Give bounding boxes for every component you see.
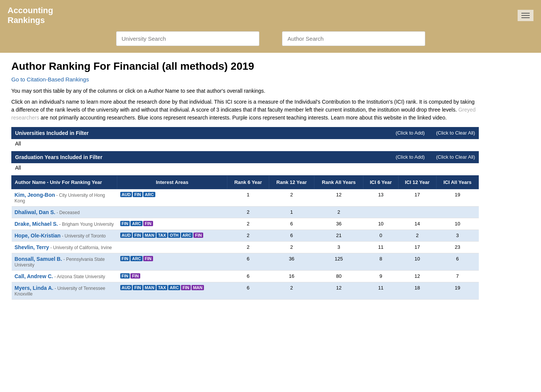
interest-badge: TAX bbox=[156, 233, 167, 238]
interest-areas-cell: FINFIN bbox=[117, 270, 227, 282]
rank12-cell: 6 bbox=[269, 218, 314, 230]
rank6-cell: 6 bbox=[227, 270, 269, 282]
graduation-filter-bar[interactable]: Graduation Years Included in Filter (Cli… bbox=[11, 151, 479, 163]
rank6-cell: 2 bbox=[227, 241, 269, 253]
menu-line bbox=[521, 13, 530, 14]
col-iciall[interactable]: ICI All Years bbox=[436, 175, 478, 189]
author-name-link[interactable]: Bonsall, Samuel B. bbox=[15, 256, 62, 262]
rank6-cell: 1 bbox=[227, 189, 269, 206]
university-filter-add[interactable]: (Click to Add) bbox=[395, 130, 425, 136]
iciall-cell: 6 bbox=[436, 253, 478, 270]
interest-badge: MAN bbox=[192, 285, 204, 290]
author-cell: Bonsall, Samuel B. - Pennsylvania State … bbox=[12, 253, 117, 270]
table-row: Hope, Ole-Kristian - University of Toron… bbox=[12, 230, 479, 241]
author-cell: Call, Andrew C. - Arizona State Universi… bbox=[12, 270, 117, 282]
rankall-cell: 80 bbox=[314, 270, 363, 282]
author-name-link[interactable]: Dhaliwal, Dan S. bbox=[15, 209, 55, 215]
rankall-cell: 125 bbox=[314, 253, 363, 270]
interest-areas-cell bbox=[117, 206, 227, 218]
col-ici6[interactable]: ICI 6 Year bbox=[363, 175, 398, 189]
author-affil: - Arizona State University bbox=[53, 274, 105, 279]
rank12-cell: 36 bbox=[269, 253, 314, 270]
ici6-cell: 11 bbox=[363, 282, 398, 299]
iciall-cell: 19 bbox=[436, 189, 478, 206]
interest-badge: MAN bbox=[143, 285, 156, 290]
graduation-filter-clear[interactable]: (Click to Clear All) bbox=[436, 154, 475, 160]
author-cell: Myers, Linda A. - University of Tennesse… bbox=[12, 282, 117, 299]
interest-badge: AUD bbox=[120, 285, 132, 290]
col-ici12[interactable]: ICI 12 Year bbox=[398, 175, 436, 189]
rank12-cell: 2 bbox=[269, 189, 314, 206]
graduation-filter-add[interactable]: (Click to Add) bbox=[395, 154, 425, 160]
hamburger-menu-button[interactable] bbox=[518, 10, 533, 21]
author-name-link[interactable]: Hope, Ole-Kristian bbox=[15, 233, 61, 239]
author-name-link[interactable]: Myers, Linda A. bbox=[15, 285, 54, 291]
rank6-cell: 2 bbox=[227, 206, 269, 218]
col-rank6[interactable]: Rank 6 Year bbox=[227, 175, 269, 189]
rank12-cell: 6 bbox=[269, 230, 314, 241]
author-name-link[interactable]: Call, Andrew C. bbox=[15, 273, 53, 279]
iciall-cell: 19 bbox=[436, 282, 478, 299]
menu-line bbox=[521, 17, 530, 18]
col-interest[interactable]: Interest Areas bbox=[117, 175, 227, 189]
interest-badge: FIN bbox=[143, 256, 153, 261]
interest-badge: ARC bbox=[130, 256, 143, 261]
author-cell: Dhaliwal, Dan S. - Deceased bbox=[12, 206, 117, 218]
ici12-cell bbox=[398, 206, 436, 218]
author-name-link[interactable]: Shevlin, Terry bbox=[15, 244, 49, 250]
rank6-cell: 2 bbox=[227, 218, 269, 230]
ici6-cell: 0 bbox=[363, 230, 398, 241]
iciall-cell: 10 bbox=[436, 218, 478, 230]
ranking-table: Author Name - Univ For Ranking Year Inte… bbox=[11, 175, 479, 300]
interest-badge: ARC bbox=[168, 285, 180, 290]
col-rankall[interactable]: Rank All Years bbox=[314, 175, 363, 189]
interest-badge: FIN bbox=[120, 256, 130, 261]
rank6-cell: 2 bbox=[227, 230, 269, 241]
author-affil: - University of California, Irvine bbox=[49, 245, 112, 250]
author-search-input[interactable] bbox=[282, 31, 425, 46]
interest-badge: FIN bbox=[143, 221, 153, 226]
col-author[interactable]: Author Name - Univ For Ranking Year bbox=[12, 175, 117, 189]
university-filter-bar[interactable]: Universities Included in Filter (Click t… bbox=[11, 127, 479, 139]
author-cell: Kim, Jeong-Bon - City University of Hong… bbox=[12, 189, 117, 206]
ici6-cell: 9 bbox=[363, 270, 398, 282]
author-name-link[interactable]: Drake, Michael S. bbox=[15, 221, 58, 227]
rankall-cell: 12 bbox=[314, 282, 363, 299]
interest-badge: FIN bbox=[120, 221, 130, 226]
rankall-cell: 2 bbox=[314, 206, 363, 218]
table-row: Dhaliwal, Dan S. - Deceased212 bbox=[12, 206, 479, 218]
interest-badge: FIN bbox=[133, 233, 143, 238]
interest-badge: FIN bbox=[133, 192, 143, 197]
rank12-cell: 1 bbox=[269, 206, 314, 218]
graduation-filter-value: All bbox=[11, 163, 479, 172]
iciall-cell: 7 bbox=[436, 270, 478, 282]
ici6-cell: 8 bbox=[363, 253, 398, 270]
university-search-input[interactable] bbox=[116, 31, 259, 46]
table-row: Drake, Michael S. - Brigham Young Univer… bbox=[12, 218, 479, 230]
table-row: Myers, Linda A. - University of Tennesse… bbox=[12, 282, 479, 299]
rankall-cell: 12 bbox=[314, 189, 363, 206]
author-name-link[interactable]: Kim, Jeong-Bon bbox=[15, 192, 55, 198]
ici12-cell: 2 bbox=[398, 230, 436, 241]
interest-badge: ARC bbox=[143, 192, 155, 197]
ici12-cell: 12 bbox=[398, 270, 436, 282]
interest-badge: AUD bbox=[120, 233, 132, 238]
iciall-cell bbox=[436, 206, 478, 218]
university-filter-clear[interactable]: (Click to Clear All) bbox=[436, 130, 475, 136]
col-rank12[interactable]: Rank 12 Year bbox=[269, 175, 314, 189]
interest-badge: AUD bbox=[120, 192, 132, 197]
rank12-cell: 2 bbox=[269, 282, 314, 299]
interest-areas-cell bbox=[117, 241, 227, 253]
table-row: Call, Andrew C. - Arizona State Universi… bbox=[12, 270, 479, 282]
table-row: Shevlin, Terry - University of Californi… bbox=[12, 241, 479, 253]
citation-link[interactable]: Go to Citation-Based Rankings bbox=[11, 76, 479, 83]
table-row: Bonsall, Samuel B. - Pennsylvania State … bbox=[12, 253, 479, 270]
rank12-cell: 16 bbox=[269, 270, 314, 282]
interest-badge: ARC bbox=[181, 233, 193, 238]
menu-line bbox=[521, 15, 530, 16]
university-filter-title: Universities Included in Filter bbox=[15, 130, 384, 136]
page-title: Author Ranking For Financial (all method… bbox=[11, 60, 479, 72]
author-affil: - University of Toronto bbox=[61, 233, 106, 239]
interest-badge: OTH bbox=[168, 233, 180, 238]
ici6-cell: 10 bbox=[363, 218, 398, 230]
